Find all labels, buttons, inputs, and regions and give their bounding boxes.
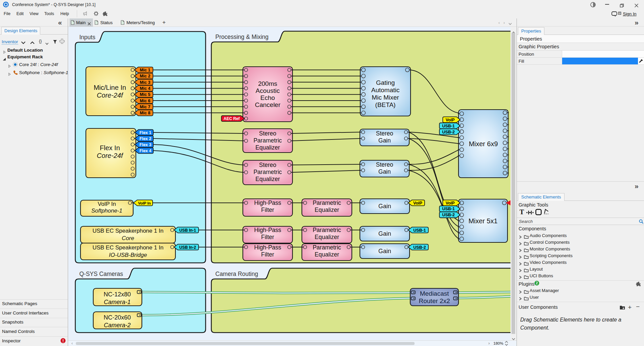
- svg-text:2: 2: [536, 281, 538, 285]
- svg-text:USB-2: USB-2: [413, 245, 426, 250]
- svg-text:Flex 2: Flex 2: [140, 136, 151, 141]
- svg-text:Mic Mixer: Mic Mixer: [372, 94, 399, 101]
- svg-text:Core: Core: [122, 235, 134, 241]
- svg-text:Mic 2: Mic 2: [140, 74, 150, 78]
- svg-text:Gain: Gain: [378, 230, 391, 237]
- svg-text:USB In-2: USB In-2: [179, 245, 196, 250]
- svg-text:USB EC Speakerphone 1 In: USB EC Speakerphone 1 In: [93, 244, 164, 251]
- svg-text:Gain: Gain: [378, 168, 391, 175]
- svg-text:Mixer 6x9: Mixer 6x9: [469, 140, 498, 148]
- svg-text:Processing & Mixing: Processing & Mixing: [215, 34, 269, 40]
- svg-text:Camera Routing: Camera Routing: [215, 271, 258, 277]
- svg-text:Stereo: Stereo: [376, 161, 393, 168]
- svg-text:Core-24f: Core-24f: [97, 152, 124, 159]
- svg-text:200ms: 200ms: [258, 80, 277, 87]
- svg-text:USB EC Speakerphone 1 In: USB EC Speakerphone 1 In: [93, 228, 164, 234]
- svg-text:Parametric: Parametric: [254, 169, 282, 175]
- svg-text:NC-20x60: NC-20x60: [104, 314, 131, 321]
- svg-text:USB-2: USB-2: [442, 213, 455, 217]
- svg-text:Mic 3: Mic 3: [140, 80, 150, 85]
- svg-text:Echo: Echo: [260, 94, 275, 101]
- svg-text:Inputs: Inputs: [79, 34, 96, 41]
- svg-text:Mic 4: Mic 4: [140, 86, 150, 91]
- svg-text:Softphone-1: Softphone-1: [91, 208, 122, 214]
- svg-text:Acoustic: Acoustic: [256, 87, 280, 94]
- svg-text:USB-1: USB-1: [413, 228, 426, 233]
- svg-text:Parametric: Parametric: [313, 227, 341, 233]
- svg-text:High-Pass: High-Pass: [254, 244, 281, 251]
- svg-text:(BETA): (BETA): [375, 101, 396, 108]
- svg-text:VoIP: VoIP: [446, 118, 455, 122]
- svg-text:R: R: [619, 12, 621, 14]
- svg-text:VoIP: VoIP: [413, 201, 422, 206]
- svg-text:VoIP: VoIP: [446, 201, 455, 206]
- svg-text:Equalizer: Equalizer: [256, 176, 280, 182]
- svg-text:Flex In: Flex In: [100, 144, 120, 152]
- svg-text:Stereo: Stereo: [259, 162, 276, 168]
- svg-text:Gain: Gain: [378, 137, 391, 144]
- svg-text:USB In-1: USB In-1: [179, 228, 196, 233]
- svg-text:Gain: Gain: [378, 248, 391, 254]
- svg-text:Stereo: Stereo: [259, 130, 276, 137]
- svg-text:Canceler: Canceler: [255, 101, 281, 108]
- svg-text:Parametric: Parametric: [313, 244, 341, 251]
- svg-text:NC-12x80: NC-12x80: [104, 291, 131, 298]
- svg-text:VoIP In: VoIP In: [98, 201, 116, 207]
- svg-text:Stereo: Stereo: [376, 130, 393, 137]
- svg-text:High-Pass: High-Pass: [254, 199, 281, 206]
- svg-text:Filter: Filter: [261, 207, 274, 213]
- svg-text:Router 2x2: Router 2x2: [419, 297, 450, 304]
- svg-text:Mic 5: Mic 5: [140, 92, 150, 97]
- svg-text:Flex 4: Flex 4: [140, 149, 151, 153]
- svg-text:Gain: Gain: [378, 203, 391, 210]
- svg-text:Parametric: Parametric: [254, 137, 282, 144]
- svg-text:Gating: Gating: [376, 79, 395, 86]
- svg-text:Mic 7: Mic 7: [140, 105, 150, 109]
- svg-text:Flex 1: Flex 1: [140, 130, 151, 135]
- svg-text:Automatic: Automatic: [371, 86, 399, 94]
- svg-text:Camera-1: Camera-1: [104, 299, 130, 305]
- svg-text:USB-1: USB-1: [442, 207, 455, 211]
- svg-text:Filter: Filter: [261, 234, 274, 240]
- svg-text:Equalizer: Equalizer: [256, 144, 280, 151]
- svg-text:USB-1: USB-1: [442, 124, 455, 128]
- svg-text:VoIP In: VoIP In: [138, 201, 151, 205]
- svg-text:Mic 1: Mic 1: [140, 68, 150, 72]
- svg-text:Filter: Filter: [261, 251, 274, 258]
- svg-text:AEC Ref: AEC Ref: [223, 116, 240, 121]
- svg-text:High-Pass: High-Pass: [254, 227, 281, 233]
- svg-text:USB-2: USB-2: [442, 130, 455, 134]
- svg-text:Q-SYS Cameras: Q-SYS Cameras: [79, 271, 123, 277]
- svg-text:Mic/Line In: Mic/Line In: [94, 84, 126, 91]
- svg-text:Equalizer: Equalizer: [315, 234, 339, 240]
- svg-text:Parametric: Parametric: [313, 199, 341, 206]
- svg-text:Equalizer: Equalizer: [315, 207, 339, 213]
- svg-text:Mixer 5x1: Mixer 5x1: [469, 217, 498, 225]
- svg-text:Flex 3: Flex 3: [140, 142, 151, 147]
- svg-text:Mic 6: Mic 6: [140, 99, 150, 103]
- svg-text:Equalizer: Equalizer: [315, 251, 339, 258]
- svg-text:IO-USB-Bridge: IO-USB-Bridge: [109, 252, 147, 258]
- svg-text:Core-24f: Core-24f: [97, 92, 124, 99]
- svg-text:Mic 8: Mic 8: [140, 111, 150, 115]
- svg-text:Mediacast: Mediacast: [420, 290, 449, 297]
- svg-text:Camera-2: Camera-2: [104, 322, 130, 329]
